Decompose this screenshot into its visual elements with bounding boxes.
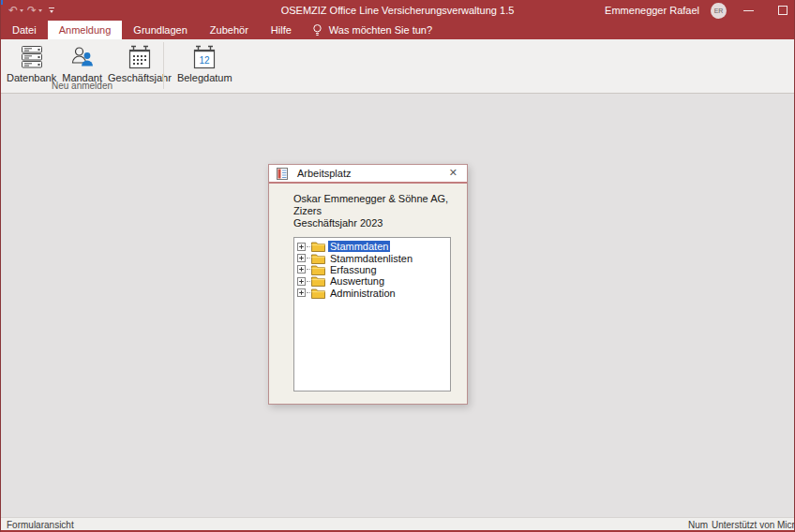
belegdatum-label: Belegdatum <box>177 72 232 83</box>
tree-label[interactable]: Erfassung <box>328 264 379 275</box>
folder-icon <box>311 253 325 264</box>
database-icon <box>20 44 44 70</box>
status-bar: Formularansicht Num Unterstützt von Micr… <box>0 517 795 532</box>
tell-me-label: Was möchten Sie tun? <box>329 24 432 36</box>
tree-item-erfassung[interactable]: Erfassung <box>294 264 450 275</box>
tab-grundlagen[interactable]: Grundlagen <box>122 21 199 39</box>
document-area: Arbeitsplatz ✕ Oskar Emmenegger & Söhne … <box>1 94 794 517</box>
tree-item-stammdaten[interactable]: Stammdaten <box>294 241 450 252</box>
view-mode-label: Formularansicht <box>7 520 74 530</box>
expand-plus-icon[interactable] <box>297 243 306 251</box>
titlebar-right-controls: Emmenegger Rafael ER <box>605 0 789 21</box>
powered-by-label: Unterstützt von Microsoft Ac <box>712 520 795 530</box>
folder-icon <box>311 275 325 287</box>
expand-plus-icon[interactable] <box>297 265 306 273</box>
navigation-tree[interactable]: Stammdaten Stammdatenlisten <box>293 237 451 392</box>
ribbon-group-neu-anmelden: Datenbank Mandant <box>1 39 163 93</box>
form-icon <box>277 168 288 180</box>
folder-icon <box>311 264 325 275</box>
folder-icon <box>311 241 325 252</box>
lightbulb-icon <box>312 23 322 37</box>
tree-connector <box>307 292 310 293</box>
tree-connector <box>307 269 310 270</box>
tree-connector <box>307 246 310 247</box>
tab-datei[interactable]: Datei <box>1 21 48 39</box>
tree-item-administration[interactable]: Administration <box>294 288 450 299</box>
maximize-button[interactable] <box>778 6 788 15</box>
folder-icon <box>311 288 325 299</box>
tree-label[interactable]: Stammdaten <box>328 241 390 252</box>
tab-hilfe[interactable]: Hilfe <box>260 21 303 39</box>
expand-plus-icon[interactable] <box>297 288 306 297</box>
tree-label[interactable]: Stammdatenlisten <box>328 253 414 264</box>
expand-plus-icon[interactable] <box>297 254 306 262</box>
tree-label[interactable]: Administration <box>328 288 398 299</box>
title-bar: ↶ ↷ OSEMZIZ Office Line Versicherungsver… <box>0 0 795 21</box>
tree-connector <box>307 281 310 282</box>
tree-item-stammdatenlisten[interactable]: Stammdatenlisten <box>294 252 450 263</box>
dialog-body: Oskar Emmenegger & Söhne AG, Zizers Gesc… <box>269 184 467 392</box>
tree-label[interactable]: Auswertung <box>328 275 386 287</box>
people-icon <box>70 45 95 69</box>
expand-plus-icon[interactable] <box>297 277 306 286</box>
company-line: Oskar Emmenegger & Söhne AG, Zizers <box>293 193 467 217</box>
ribbon-tab-bar: Datei Anmeldung Grundlagen Zubehör Hilfe… <box>0 21 795 39</box>
ribbon-group-separator <box>163 42 164 89</box>
minimize-button[interactable] <box>743 10 754 11</box>
calendar-grid-icon <box>128 45 152 70</box>
close-icon[interactable]: ✕ <box>447 164 459 183</box>
calendar-day-icon: 12 <box>192 45 217 70</box>
arbeitsplatz-dialog: Arbeitsplatz ✕ Oskar Emmenegger & Söhne … <box>268 164 468 405</box>
dialog-title: Arbeitsplatz <box>297 168 447 179</box>
tab-anmeldung[interactable]: Anmeldung <box>48 21 123 39</box>
dialog-title-bar[interactable]: Arbeitsplatz ✕ <box>269 165 467 184</box>
svg-text:12: 12 <box>200 54 211 65</box>
belegdatum-button[interactable]: 12 Belegdatum <box>174 41 235 83</box>
tree-item-auswertung[interactable]: Auswertung <box>294 275 450 287</box>
tab-zubehoer[interactable]: Zubehör <box>199 21 260 39</box>
avatar[interactable]: ER <box>711 3 727 19</box>
datenbank-button[interactable]: Datenbank <box>4 41 59 83</box>
numlock-indicator: Num <box>688 520 708 530</box>
mandant-button[interactable]: Mandant <box>59 41 105 83</box>
ribbon: Datenbank Mandant <box>1 39 794 94</box>
account-name[interactable]: Emmenegger Rafael <box>605 5 699 16</box>
ribbon-group-label: Neu anmelden <box>1 81 163 91</box>
fiscal-year-line: Geschäftsjahr 2023 <box>293 217 467 229</box>
tree-connector <box>307 258 310 259</box>
tell-me-box[interactable]: Was möchten Sie tun? <box>303 21 442 39</box>
